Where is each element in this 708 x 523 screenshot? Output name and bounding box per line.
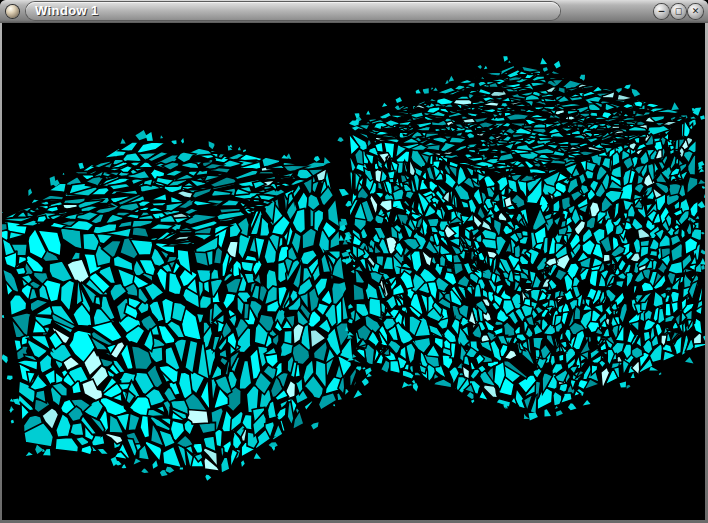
minimize-icon: − (654, 4, 669, 19)
app-window: Window 1 − ◻ ✕ (0, 0, 708, 523)
maximize-button[interactable]: ◻ (671, 4, 686, 19)
titlebar[interactable]: Window 1 − ◻ ✕ (0, 0, 708, 23)
close-button[interactable]: ✕ (688, 4, 703, 19)
titlebar-capsule[interactable]: Window 1 (26, 2, 560, 20)
viewport (2, 23, 705, 520)
minimize-button[interactable]: − (654, 4, 669, 19)
window-controls: − ◻ ✕ (654, 4, 703, 19)
maximize-icon: ◻ (671, 4, 686, 19)
render-canvas[interactable] (2, 23, 705, 520)
close-icon: ✕ (688, 4, 703, 19)
window-menu-orb-icon[interactable] (6, 5, 19, 18)
window-title: Window 1 (35, 3, 99, 18)
